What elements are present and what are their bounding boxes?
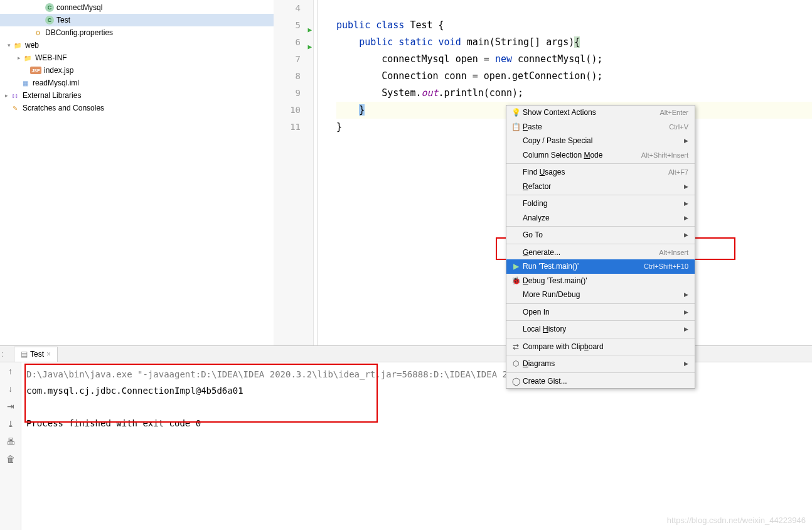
code-line[interactable]: System.out.println(conn); — [336, 85, 812, 102]
expand-icon[interactable]: ▸ — [15, 55, 23, 61]
line-number[interactable]: 6▶ — [274, 34, 313, 51]
menu-item[interactable]: Analyze▶ — [506, 211, 695, 225]
menu-label: Diagrams — [521, 359, 684, 368]
editor-gutter: 45▶6▶7891011 — [274, 0, 314, 345]
menu-separator — [506, 244, 695, 244]
line-number[interactable]: 11 — [274, 119, 313, 136]
menu-label: Run 'Test.main()' — [521, 262, 644, 271]
menu-item[interactable]: Column Selection ModeAlt+Shift+Insert — [506, 148, 695, 163]
menu-item[interactable]: ▶Run 'Test.main()'Ctrl+Shift+F10 — [506, 259, 695, 274]
menu-item[interactable]: Copy / Paste Special▶ — [506, 134, 695, 148]
tree-item[interactable]: ✎Scratches and Consoles — [0, 102, 274, 114]
menu-label: Analyze — [521, 214, 684, 222]
menu-label: Go To — [521, 230, 684, 239]
class-icon: C — [45, 16, 54, 24]
menu-shortcut: Alt+Shift+Insert — [641, 151, 688, 159]
menu-item[interactable]: More Run/Debug▶ — [506, 288, 695, 302]
console-exit: Process finished with exit code 0 — [26, 415, 807, 431]
menu-item[interactable]: Go To▶ — [506, 228, 695, 242]
tree-item-label: readMysql.iml — [33, 78, 79, 87]
line-number[interactable]: 5▶ — [274, 17, 313, 34]
submenu-arrow-icon: ▶ — [684, 291, 688, 298]
tree-item-label: WEB-INF — [35, 53, 67, 62]
code-line[interactable]: public static void main(String[] args){ — [336, 34, 812, 51]
menu-item[interactable]: 📋PasteCtrl+V — [506, 120, 695, 134]
project-tree[interactable]: CconnectMysqlCTest⚙DBConfig.properties▾📁… — [0, 0, 274, 345]
tree-item[interactable]: ⚙DBConfig.properties — [0, 26, 274, 39]
menu-item[interactable]: ⇄Compare with Clipboard — [506, 340, 695, 354]
close-icon[interactable]: × — [46, 350, 51, 359]
line-number[interactable]: 9 — [274, 85, 313, 102]
menu-label: Generate... — [521, 248, 659, 257]
menu-shortcut: Alt+Enter — [660, 109, 688, 116]
tree-item-label: External Libraries — [23, 91, 81, 100]
expand-icon[interactable]: ▸ — [3, 92, 10, 99]
menu-separator — [506, 320, 695, 321]
menu-icon: 📋 — [510, 122, 521, 131]
code-line[interactable]: Connection conn = open.getConnection(); — [336, 68, 812, 85]
submenu-arrow-icon: ▶ — [684, 183, 688, 190]
console-toolbar[interactable]: ↑ ↓ ⇥ ⤓ 🖶 🗑 — [0, 362, 21, 530]
menu-item[interactable]: Find UsagesAlt+F7 — [506, 165, 695, 180]
menu-icon: ▶ — [510, 262, 521, 271]
menu-item[interactable]: Refactor▶ — [506, 180, 695, 194]
print-icon[interactable]: 🖶 — [6, 436, 15, 446]
menu-item[interactable]: 💡Show Context ActionsAlt+Enter — [506, 105, 695, 120]
menu-icon: ⬡ — [510, 359, 521, 368]
menu-label: Paste — [521, 122, 669, 131]
menu-icon: ◯ — [510, 377, 521, 386]
expand-icon[interactable]: ▾ — [5, 42, 13, 48]
menu-label: Create Gist... — [521, 377, 688, 386]
up-icon[interactable]: ↑ — [8, 366, 13, 376]
tree-item[interactable]: ▸📁WEB-INF — [0, 51, 274, 64]
menu-label: Folding — [521, 199, 684, 208]
tree-item[interactable]: JSPindex.jsp — [0, 64, 274, 77]
tree-item[interactable]: CconnectMysql — [0, 1, 274, 14]
menu-item[interactable]: ◯Create Gist... — [506, 374, 695, 389]
folder-icon: 📁 — [13, 40, 23, 50]
iml-icon: ▦ — [20, 78, 30, 88]
code-line[interactable] — [336, 0, 812, 17]
tree-item-label: Test — [56, 16, 70, 24]
trash-icon[interactable]: 🗑 — [6, 454, 15, 464]
tree-item[interactable]: ▦readMysql.iml — [0, 77, 274, 89]
menu-separator — [506, 226, 695, 227]
line-number[interactable]: 7 — [274, 51, 313, 68]
line-number[interactable]: 10 — [274, 102, 313, 119]
down-icon[interactable]: ↓ — [8, 384, 13, 394]
tree-item[interactable]: ▸⫾⫾External Libraries — [0, 89, 274, 102]
menu-icon: ⇄ — [510, 342, 521, 351]
context-menu[interactable]: 💡Show Context ActionsAlt+Enter📋PasteCtrl… — [506, 105, 695, 389]
tree-item-label: DBConfig.properties — [45, 28, 113, 37]
menu-item[interactable]: Local History▶ — [506, 322, 695, 337]
menu-item[interactable]: Generate...Alt+Insert — [506, 246, 695, 260]
menu-label: Refactor — [521, 182, 684, 191]
tree-item-label: index.jsp — [44, 66, 73, 75]
submenu-arrow-icon: ▶ — [684, 360, 688, 367]
scroll-icon[interactable]: ⤓ — [7, 419, 14, 429]
tree-item[interactable]: ▾📁web — [0, 39, 274, 51]
menu-icon: 💡 — [510, 108, 521, 117]
submenu-arrow-icon: ▶ — [684, 200, 688, 207]
menu-item[interactable]: 🐞Debug 'Test.main()' — [506, 274, 695, 288]
menu-label: More Run/Debug — [521, 290, 684, 299]
menu-item[interactable]: Open In▶ — [506, 305, 695, 320]
submenu-arrow-icon: ▶ — [684, 138, 688, 144]
wrap-icon[interactable]: ⇥ — [7, 401, 14, 411]
menu-separator — [506, 163, 695, 164]
tree-item[interactable]: CTest — [0, 14, 274, 26]
jsp-icon: JSP — [30, 67, 41, 74]
line-number[interactable]: 8 — [274, 68, 313, 85]
console-tab[interactable]: ▤ Test × — [14, 347, 58, 362]
menu-label: Show Context Actions — [521, 108, 660, 117]
menu-shortcut: Ctrl+Shift+F10 — [644, 262, 688, 270]
class-icon: C — [45, 3, 54, 12]
code-line[interactable]: public class Test { — [336, 17, 812, 34]
tree-item-label: Scratches and Consoles — [23, 104, 104, 112]
menu-item[interactable]: ⬡Diagrams▶ — [506, 357, 695, 371]
submenu-arrow-icon: ▶ — [684, 309, 688, 315]
menu-item[interactable]: Folding▶ — [506, 197, 695, 211]
line-number[interactable]: 4 — [274, 0, 313, 17]
lib-icon: ⫾⫾ — [10, 90, 20, 100]
code-line[interactable]: connectMysql open = new connectMysql(); — [336, 51, 812, 68]
